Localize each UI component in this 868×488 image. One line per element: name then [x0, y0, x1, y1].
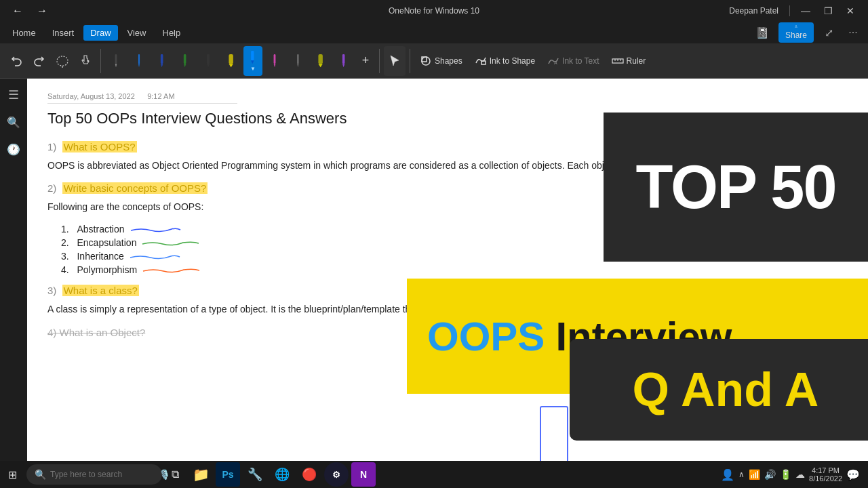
draw-mode-button[interactable] [384, 46, 406, 76]
menubar: Home Insert Draw View Help 📓 Share ⤢ ··· [0, 22, 868, 43]
squiggle-2 [139, 239, 200, 246]
taskbar-app-photoshop[interactable]: Ps [216, 462, 240, 487]
svg-rect-13 [251, 51, 254, 60]
q2-highlight: Write basic concepts of OOPS? [62, 182, 208, 194]
pen-green[interactable] [174, 46, 196, 76]
shapes-icon [420, 55, 432, 67]
toolbar-sep-2 [379, 49, 380, 73]
svg-point-23 [422, 57, 430, 65]
svg-rect-17 [297, 54, 298, 64]
redo-icon [33, 54, 46, 68]
ink-to-text-button[interactable]: A Ink to Text [542, 46, 604, 76]
shapes-button[interactable]: Shapes [414, 46, 468, 76]
share-button[interactable]: Share [778, 22, 814, 43]
pen-pink[interactable] [264, 46, 285, 76]
menu-help[interactable]: Help [156, 25, 188, 41]
add-pen-button[interactable]: + [356, 46, 375, 76]
svg-rect-15 [274, 54, 276, 64]
taskbar-app-media[interactable]: 🔴 [297, 462, 321, 487]
svg-rect-21 [342, 54, 345, 64]
main-content: Saturday, August 13, 2022 9:12 AM Top 50… [27, 79, 868, 461]
pen-gray-thin[interactable] [287, 46, 309, 76]
q3-highlight: What is a class? [62, 285, 139, 296]
touch-icon [79, 54, 92, 68]
list-item-1: 1. Abstraction [61, 224, 848, 235]
undo-button[interactable] [5, 46, 27, 76]
search-input[interactable] [50, 470, 152, 479]
titlebar: ← → OneNote for Windows 10 Deepan Patel … [0, 0, 868, 22]
titlebar-controls: Deepan Patel — ❐ ✕ [729, 3, 860, 19]
taskbar-app-obs[interactable]: ⚙ [324, 462, 349, 487]
pen-yellow2[interactable] [310, 46, 332, 76]
taskbar-app-onenote[interactable]: N [351, 462, 376, 487]
minimize-button[interactable]: — [795, 3, 816, 19]
pen-black[interactable] [105, 46, 127, 76]
taskbar-time[interactable]: 4:17 PM 8/16/2022 [809, 466, 842, 483]
pen-pink-icon [268, 54, 281, 68]
more-button[interactable]: ··· [844, 18, 863, 47]
back-button[interactable]: ← [8, 2, 27, 20]
q1-highlight: What is OOPS? [62, 141, 137, 152]
tray-cloud-icon: ☁ [795, 469, 805, 480]
tray-up-arrow[interactable]: ∧ [738, 470, 745, 479]
start-button[interactable]: ⊞ [3, 462, 22, 487]
squiggle-4 [140, 266, 201, 273]
pen-gray-icon [291, 54, 304, 68]
maximize-button[interactable]: ❐ [818, 3, 838, 19]
task-view-button[interactable]: ⧉ [166, 462, 184, 487]
pen-blue-medium[interactable] [151, 46, 173, 76]
close-button[interactable]: ✕ [841, 3, 860, 19]
svg-rect-1 [115, 54, 117, 64]
svg-rect-19 [318, 54, 322, 64]
lasso-button[interactable] [52, 46, 73, 76]
expand-button[interactable]: ⤢ [819, 18, 838, 47]
menu-home[interactable]: Home [5, 25, 43, 41]
user-name: Deepan Patel [729, 6, 778, 16]
question-3: 3) What is a class? [47, 285, 848, 296]
forward-button[interactable]: → [33, 2, 52, 20]
pen-dark[interactable] [197, 46, 219, 76]
redo-button[interactable] [28, 46, 50, 76]
tray-notification-icon[interactable]: 💬 [846, 468, 860, 481]
taskbar-search-area[interactable]: 🔍 🎙️ [26, 464, 162, 485]
titlebar-title: OneNote for Windows 10 [389, 6, 479, 16]
question-2: 2) Write basic concepts of OOPS? [47, 182, 848, 194]
squiggle-3 [127, 253, 181, 260]
svg-rect-9 [207, 54, 210, 64]
panel-qa: Q And A [570, 339, 868, 441]
taskbar-app-fileexplorer[interactable]: 📁 [189, 462, 213, 487]
search-icon: 🔍 [35, 469, 46, 480]
menu-insert[interactable]: Insert [45, 25, 81, 41]
tray-person-icon[interactable]: 👤 [721, 468, 734, 481]
taskbar-app-chrome[interactable]: 🌐 [270, 462, 294, 487]
svg-marker-6 [161, 64, 163, 67]
cursor-icon [388, 54, 401, 68]
pen-purple[interactable] [333, 46, 355, 76]
pen-yellow[interactable] [220, 46, 242, 76]
menu-view[interactable]: View [121, 25, 153, 41]
tray-sound-icon: 🔊 [764, 469, 776, 480]
date-time-area: Saturday, August 13, 2022 9:12 AM [47, 92, 237, 104]
sidebar: ☰ 🔍 🕐 [0, 79, 27, 461]
ruler-icon [612, 55, 624, 67]
pen-active-blue[interactable]: ▼ [243, 46, 262, 76]
list-item-2: 2. Encapsulation [61, 237, 848, 248]
note-title[interactable]: Top 50 OOPs Interview Questions & Answer… [47, 109, 848, 129]
sidebar-history-button[interactable]: 🕐 [3, 138, 24, 160]
svg-rect-11 [229, 54, 233, 64]
svg-marker-20 [318, 64, 322, 67]
ruler-button[interactable]: Ruler [606, 46, 652, 76]
squiggle-1 [127, 226, 182, 232]
menu-draw[interactable]: Draw [83, 25, 117, 41]
q3-body: A class is simply a representation of a … [47, 302, 848, 317]
svg-rect-3 [138, 54, 140, 64]
ink-to-shape-button[interactable]: Ink to Shape [469, 46, 540, 76]
touch-button[interactable] [75, 46, 96, 76]
notebook-icon[interactable]: 📓 [751, 18, 773, 47]
taskbar-app-tool1[interactable]: 🔧 [243, 462, 267, 487]
pen-blue-thin-icon [132, 54, 146, 68]
sidebar-nav-button[interactable]: ☰ [3, 84, 24, 106]
pen-blue-medium-icon [155, 54, 169, 68]
pen-blue-thin[interactable] [128, 46, 150, 76]
sidebar-search-button[interactable]: 🔍 [3, 111, 24, 133]
